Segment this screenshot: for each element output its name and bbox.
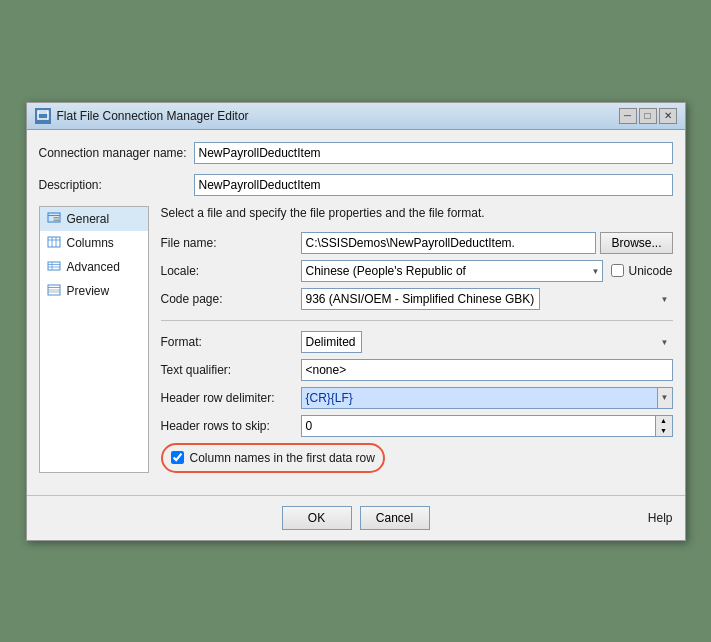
help-label: Help [648, 511, 673, 525]
title-bar-left: Flat File Connection Manager Editor [35, 108, 249, 124]
general-icon [46, 211, 62, 227]
close-button[interactable]: ✕ [659, 108, 677, 124]
svg-rect-12 [48, 262, 60, 270]
unicode-checkbox[interactable] [611, 264, 624, 277]
svg-rect-8 [48, 237, 60, 247]
footer: OK Cancel Help [27, 495, 685, 540]
window-icon [35, 108, 51, 124]
locale-select-wrapper: Chinese (People's Republic of [301, 260, 604, 282]
codepage-select[interactable]: 936 (ANSI/OEM - Simplified Chinese GBK) [301, 288, 540, 310]
connection-manager-input[interactable] [194, 142, 673, 164]
sidebar-item-advanced[interactable]: Advanced [40, 255, 148, 279]
delimiter-wrapper: {CR}{LF} ▼ [301, 387, 673, 409]
codepage-label: Code page: [161, 292, 301, 306]
locale-label: Locale: [161, 264, 301, 278]
file-name-label: File name: [161, 236, 301, 250]
header-row-delimiter-value: {CR}{LF} [301, 387, 657, 409]
delimiter-dropdown-arrow[interactable]: ▼ [657, 387, 673, 409]
text-qualifier-row: Text qualifier: [161, 359, 673, 381]
spinner-up-button[interactable]: ▲ [656, 416, 672, 426]
header-rows-skip-label: Header rows to skip: [161, 419, 301, 433]
panel-description: Select a file and specify the file prope… [161, 206, 673, 220]
format-label: Format: [161, 335, 301, 349]
locale-select[interactable]: Chinese (People's Republic of [301, 260, 604, 282]
unicode-label: Unicode [628, 264, 672, 278]
spinner-buttons: ▲ ▼ [655, 415, 673, 437]
advanced-icon [46, 259, 62, 275]
title-buttons: ─ □ ✕ [619, 108, 677, 124]
description-input[interactable] [194, 174, 673, 196]
sidebar-advanced-label: Advanced [67, 260, 120, 274]
description-row: Description: [39, 174, 673, 196]
format-row: Format: Delimited [161, 331, 673, 353]
connection-manager-label: Connection manager name: [39, 146, 194, 160]
cancel-button[interactable]: Cancel [360, 506, 430, 530]
sidebar-item-general[interactable]: General [40, 207, 148, 231]
ok-button[interactable]: OK [282, 506, 352, 530]
columns-icon [46, 235, 62, 251]
divider [161, 320, 673, 321]
file-name-row: File name: Browse... [161, 232, 673, 254]
sidebar-item-preview[interactable]: Preview [40, 279, 148, 303]
column-names-label: Column names in the first data row [190, 451, 375, 465]
column-names-checkbox[interactable] [171, 451, 184, 464]
sidebar-general-label: General [67, 212, 110, 226]
header-row-delimiter-label: Header row delimiter: [161, 391, 301, 405]
main-window: Flat File Connection Manager Editor ─ □ … [26, 102, 686, 541]
format-select[interactable]: Delimited [301, 331, 362, 353]
main-area: General Columns [39, 206, 673, 473]
header-row-delimiter-row: Header row delimiter: {CR}{LF} ▼ [161, 387, 673, 409]
locale-area: Chinese (People's Republic of Unicode [301, 260, 673, 282]
header-rows-skip-row: Header rows to skip: ▲ ▼ [161, 415, 673, 437]
column-names-checkbox-row: Column names in the first data row [161, 443, 385, 473]
svg-rect-0 [38, 111, 48, 119]
codepage-select-wrapper: 936 (ANSI/OEM - Simplified Chinese GBK) [301, 288, 673, 310]
content-area: Connection manager name: Description: [27, 130, 685, 485]
spinner-down-button[interactable]: ▼ [656, 426, 672, 436]
format-select-wrapper: Delimited [301, 331, 673, 353]
title-bar: Flat File Connection Manager Editor ─ □ … [27, 103, 685, 130]
description-label: Description: [39, 178, 194, 192]
locale-row: Locale: Chinese (People's Republic of Un… [161, 260, 673, 282]
file-name-group: Browse... [301, 232, 673, 254]
maximize-button[interactable]: □ [639, 108, 657, 124]
sidebar: General Columns [39, 206, 149, 473]
sidebar-preview-label: Preview [67, 284, 110, 298]
browse-button[interactable]: Browse... [600, 232, 672, 254]
minimize-button[interactable]: ─ [619, 108, 637, 124]
sidebar-item-columns[interactable]: Columns [40, 231, 148, 255]
text-qualifier-label: Text qualifier: [161, 363, 301, 377]
sidebar-columns-label: Columns [67, 236, 114, 250]
preview-icon [46, 283, 62, 299]
window-title: Flat File Connection Manager Editor [57, 109, 249, 123]
text-qualifier-input[interactable] [301, 359, 673, 381]
right-panel: Select a file and specify the file prope… [161, 206, 673, 473]
spinner-wrapper: ▲ ▼ [301, 415, 673, 437]
codepage-row: Code page: 936 (ANSI/OEM - Simplified Ch… [161, 288, 673, 310]
unicode-checkbox-group: Unicode [611, 264, 672, 278]
header-rows-skip-input[interactable] [301, 415, 655, 437]
svg-rect-4 [49, 217, 52, 221]
file-name-input[interactable] [301, 232, 597, 254]
connection-manager-row: Connection manager name: [39, 142, 673, 164]
